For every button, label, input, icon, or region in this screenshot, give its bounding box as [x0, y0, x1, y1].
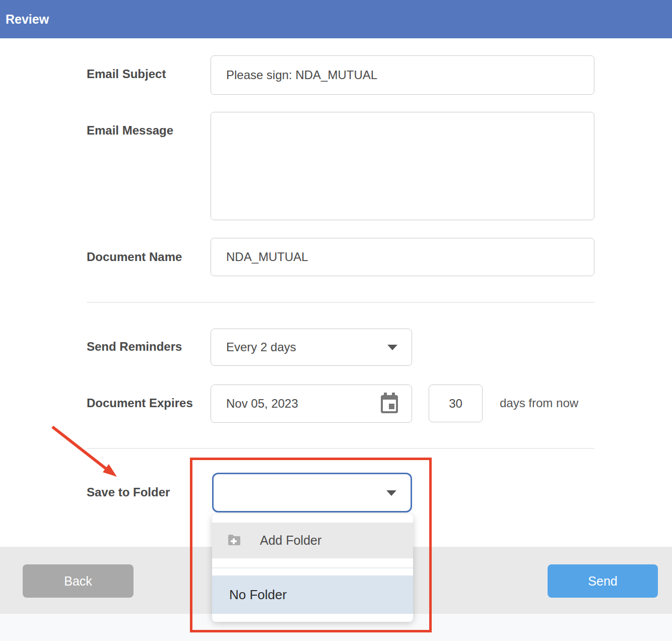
document-expires-label: Document Expires — [87, 396, 193, 410]
document-expires-date-input[interactable]: Nov 05, 2023 — [211, 384, 412, 423]
add-folder-icon — [228, 534, 241, 548]
menu-item-label: Add Folder — [260, 533, 321, 548]
page-title: Review — [6, 0, 49, 38]
send-button[interactable]: Send — [548, 564, 658, 598]
expire-days-input[interactable] — [429, 384, 483, 422]
header-bar: Review — [0, 0, 672, 38]
document-name-input[interactable] — [211, 238, 594, 276]
save-to-folder-select[interactable] — [212, 473, 412, 512]
send-reminders-label: Send Reminders — [87, 340, 182, 354]
menu-item-add-folder[interactable]: Add Folder — [212, 523, 413, 558]
email-subject-input[interactable] — [211, 55, 594, 95]
folder-dropdown-menu: Add Folder No Folder — [212, 514, 413, 622]
document-name-label: Document Name — [87, 250, 182, 264]
review-screen: Review Email Subject Email Message Docum… — [0, 0, 672, 641]
document-expires-date-value: Nov 05, 2023 — [211, 397, 298, 411]
save-to-folder-label: Save to Folder — [87, 485, 170, 499]
calendar-icon[interactable] — [379, 392, 399, 417]
menu-item-no-folder[interactable]: No Folder — [212, 575, 413, 614]
chevron-down-icon — [387, 345, 397, 350]
chevron-down-icon — [386, 490, 396, 496]
section-divider — [87, 302, 594, 303]
back-button[interactable]: Back — [23, 564, 133, 598]
email-subject-label: Email Subject — [87, 67, 166, 81]
send-reminders-select[interactable]: Every 2 days — [211, 329, 412, 366]
section-divider-2 — [87, 448, 594, 449]
email-message-label: Email Message — [87, 123, 173, 138]
send-reminders-value: Every 2 days — [211, 340, 296, 354]
email-message-textarea[interactable] — [211, 112, 594, 220]
days-from-now-text: days from now — [500, 396, 578, 410]
menu-divider — [212, 567, 413, 568]
menu-item-label: No Folder — [229, 587, 287, 603]
annotation-arrow-icon — [48, 422, 123, 485]
